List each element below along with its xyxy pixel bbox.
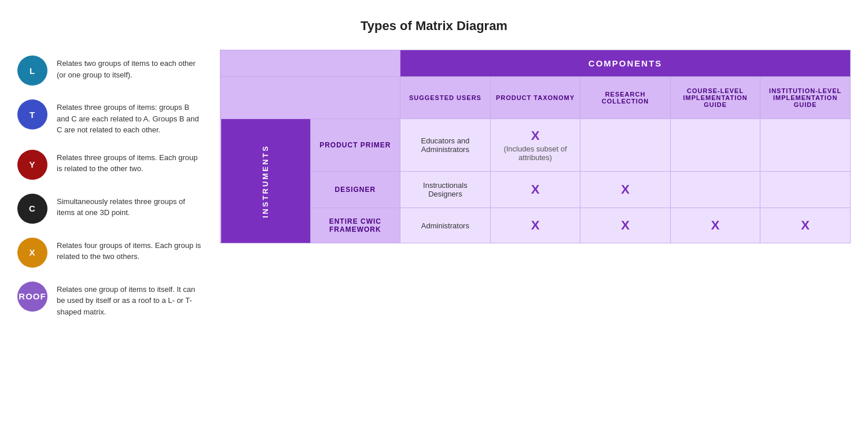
- matrix-container: COMPONENTS SUGGESTED USERSPRODUCT TAXONO…: [220, 50, 851, 317]
- matrix-cell-1-1: X: [490, 172, 580, 208]
- matrix-cell-1-3: [670, 172, 760, 208]
- matrix-cell-0-4: [760, 119, 851, 172]
- x-mark: X: [621, 218, 630, 232]
- x-mark: X: [531, 128, 540, 143]
- legend-text: Relates two groups of items to each othe…: [57, 55, 203, 80]
- table-row: DESIGNERInstructionals DesignersXX: [220, 172, 851, 208]
- legend-item: ROOFRelates one group of items to itself…: [17, 282, 203, 318]
- sub-top-left: [220, 77, 400, 119]
- legend-text: Relates one group of items to itself. It…: [57, 282, 203, 318]
- x-mark: X: [711, 218, 720, 232]
- x-mark: X: [531, 218, 540, 232]
- table-row: ENTIRE CWIC FRAMEWORKAdministratorsXXXX: [220, 208, 851, 243]
- x-note: (Includes subset of attributes): [495, 145, 576, 162]
- legend-text: Simultaneously relates three groups of i…: [57, 194, 203, 219]
- main-layout: LRelates two groups of items to each oth…: [0, 50, 868, 317]
- x-mark: X: [531, 182, 540, 197]
- instrument-label: DESIGNER: [310, 172, 400, 208]
- matrix-cell-2-1: X: [490, 208, 580, 243]
- instruments-label: INSTRUMENTS: [220, 119, 311, 243]
- matrix-cell-1-4: [760, 172, 851, 208]
- sub-header-row: SUGGESTED USERSPRODUCT TAXONOMYRESEARCH …: [220, 77, 851, 119]
- components-header-row: COMPONENTS: [220, 50, 851, 77]
- legend-circle-l: L: [17, 55, 47, 86]
- matrix-cell-2-3: X: [670, 208, 760, 243]
- matrix-table: COMPONENTS SUGGESTED USERSPRODUCT TAXONO…: [220, 50, 851, 243]
- top-left-empty: [220, 50, 400, 77]
- matrix-cell-0-1: X(Includes subset of attributes): [490, 119, 580, 172]
- matrix-cell-2-0: Administrators: [400, 208, 491, 243]
- instrument-label: PRODUCT PRIMER: [310, 119, 400, 172]
- col-header-3: COURSE‑LEVEL IMPLEMENTATION GUIDE: [670, 77, 760, 119]
- instrument-label: ENTIRE CWIC FRAMEWORK: [310, 208, 400, 243]
- legend-circle-roof: ROOF: [17, 282, 47, 312]
- matrix-cell-0-0: Educators and Administrators: [400, 119, 491, 172]
- matrix-cell-0-2: [580, 119, 671, 172]
- matrix-cell-2-4: X: [760, 208, 851, 243]
- legend-circle-x: X: [17, 238, 47, 268]
- matrix-cell-1-0: Instructionals Designers: [400, 172, 491, 208]
- legend-item: YRelates three groups of items. Each gro…: [17, 150, 203, 180]
- table-row: INSTRUMENTSPRODUCT PRIMEREducators and A…: [220, 119, 851, 172]
- matrix-cell-0-3: [670, 119, 760, 172]
- components-header: COMPONENTS: [400, 50, 851, 77]
- col-header-2: RESEARCH COLLECTION: [580, 77, 671, 119]
- legend-text: Relates three groups of items. Each grou…: [57, 150, 203, 175]
- legend-text: Relates four groups of items. Each group…: [57, 238, 203, 262]
- legend-item: CSimultaneously relates three groups of …: [17, 194, 203, 224]
- page-title: Types of Matrix Diagram: [0, 0, 868, 50]
- legend-circle-c: C: [17, 194, 47, 224]
- x-mark: X: [621, 182, 630, 197]
- matrix-cell-1-2: X: [580, 172, 671, 208]
- legend-item: TRelates three groups of items: groups B…: [17, 99, 203, 136]
- legend-circle-y: Y: [17, 150, 47, 180]
- legend-circle-t: T: [17, 99, 47, 129]
- legend-item: LRelates two groups of items to each oth…: [17, 55, 203, 86]
- matrix-cell-2-2: X: [580, 208, 671, 243]
- legend-item: XRelates four groups of items. Each grou…: [17, 238, 203, 268]
- legend-text: Relates three groups of items: groups B …: [57, 99, 203, 136]
- col-header-4: INSTITUTION‑LEVEL IMPLEMENTATION GUIDE: [760, 77, 851, 119]
- legend: LRelates two groups of items to each oth…: [17, 50, 203, 317]
- col-header-1: PRODUCT TAXONOMY: [490, 77, 580, 119]
- x-mark: X: [801, 218, 810, 232]
- col-header-0: SUGGESTED USERS: [400, 77, 491, 119]
